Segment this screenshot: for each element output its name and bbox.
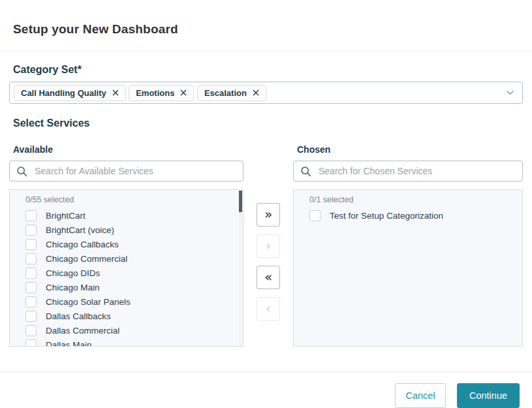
chevron-down-icon[interactable] <box>506 90 514 95</box>
available-selected-summary: 0/55 selected <box>25 195 235 204</box>
item-label: Dallas Callbacks <box>46 311 111 321</box>
category-chip[interactable]: Emotions <box>129 85 194 101</box>
search-icon <box>16 166 27 177</box>
chosen-searchbox <box>293 161 523 181</box>
available-searchbox <box>9 161 243 181</box>
search-icon <box>300 166 311 177</box>
item-label: Chicago Main <box>46 283 100 292</box>
close-icon[interactable] <box>180 89 187 96</box>
page-title: Setup your New Dashboard <box>13 22 178 37</box>
category-set-multiselect[interactable]: Call Handling Quality Emotions Escalatio… <box>9 82 523 104</box>
chosen-selected-summary: 0/1 selected <box>309 195 514 204</box>
transfer-widget: Available 0/55 selected BrightCart Brigh… <box>9 145 523 347</box>
scrollbar-thumb[interactable] <box>239 191 242 212</box>
chip-label: Emotions <box>136 88 174 98</box>
item-checkbox[interactable] <box>25 296 37 307</box>
item-label: Chicago Commercial <box>46 254 127 264</box>
move-all-right-button[interactable]: » <box>257 203 280 227</box>
list-item[interactable]: BrightCart (voice) <box>25 223 235 237</box>
list-item[interactable]: Dallas Callbacks <box>25 309 235 323</box>
item-checkbox[interactable] <box>25 311 37 322</box>
chosen-search-input[interactable] <box>317 165 516 177</box>
setup-dashboard-dialog: Setup your New Dashboard Category Set* C… <box>0 0 532 408</box>
move-all-left-button[interactable]: « <box>257 266 280 289</box>
list-item[interactable]: Chicago DIDs <box>25 266 235 280</box>
list-item[interactable]: Test for Setup Categorization <box>309 208 514 223</box>
item-label: Chicago Solar Panels <box>46 297 131 307</box>
item-checkbox[interactable] <box>309 210 321 221</box>
available-search-input[interactable] <box>33 165 236 177</box>
chevron-left-icon: ‹ <box>266 302 271 315</box>
item-label: Chicago DIDs <box>46 268 100 278</box>
item-checkbox[interactable] <box>25 268 37 279</box>
item-checkbox[interactable] <box>25 239 37 250</box>
item-checkbox[interactable] <box>25 210 37 221</box>
available-items: BrightCart BrightCart (voice) Chicago Ca… <box>25 208 235 347</box>
double-chevron-left-icon: « <box>264 270 272 283</box>
item-label: Dallas Commercial <box>46 326 119 336</box>
double-chevron-right-icon: » <box>264 208 272 221</box>
item-label: Chicago Callbacks <box>46 240 119 249</box>
move-selected-right-button[interactable]: › <box>257 234 280 258</box>
item-label: Dallas Main <box>46 340 92 347</box>
item-label: BrightCart (voice) <box>46 225 114 235</box>
chevron-right-icon: › <box>266 239 271 252</box>
chosen-items: Test for Setup Categorization <box>309 208 514 223</box>
item-checkbox[interactable] <box>25 325 37 336</box>
available-label: Available <box>13 145 243 154</box>
list-item[interactable]: Dallas Commercial <box>25 323 235 337</box>
available-scrollbar[interactable] <box>239 191 242 347</box>
available-column: Available 0/55 selected BrightCart Brigh… <box>9 145 243 347</box>
item-label: BrightCart <box>46 211 86 221</box>
item-checkbox[interactable] <box>25 282 37 293</box>
continue-button[interactable]: Continue <box>457 383 520 408</box>
list-item[interactable]: BrightCart <box>25 208 235 223</box>
item-label: Test for Setup Categorization <box>330 211 443 221</box>
list-item[interactable]: Chicago Main <box>25 280 235 294</box>
dialog-header: Setup your New Dashboard <box>0 0 532 52</box>
dialog-footer: Cancel Continue <box>0 372 532 408</box>
list-item[interactable]: Chicago Commercial <box>25 251 235 266</box>
list-item[interactable]: Chicago Callbacks <box>25 237 235 251</box>
category-chip[interactable]: Escalation <box>197 85 266 101</box>
item-checkbox[interactable] <box>25 253 37 264</box>
chosen-list[interactable]: 0/1 selected Test for Setup Categorizati… <box>293 189 523 347</box>
close-icon[interactable] <box>253 89 259 96</box>
chip-label: Escalation <box>204 88 247 98</box>
move-selected-left-button[interactable]: ‹ <box>257 297 280 321</box>
chip-label: Call Handling Quality <box>21 88 106 98</box>
transfer-buttons: » › « ‹ <box>243 145 293 347</box>
chosen-column: Chosen 0/1 selected Test for Setup Categ… <box>293 145 523 347</box>
chips-container: Call Handling Quality Emotions Escalatio… <box>14 85 266 101</box>
select-services-label: Select Services <box>13 118 519 129</box>
close-icon[interactable] <box>112 89 119 96</box>
chosen-label: Chosen <box>297 145 523 154</box>
item-checkbox[interactable] <box>25 339 37 347</box>
dialog-body: Category Set* Call Handling Quality Emot… <box>0 52 532 358</box>
cancel-button[interactable]: Cancel <box>395 383 446 408</box>
category-set-label: Category Set* <box>13 64 519 76</box>
list-item[interactable]: Dallas Main <box>25 337 235 347</box>
category-chip[interactable]: Call Handling Quality <box>14 85 126 101</box>
list-item[interactable]: Chicago Solar Panels <box>25 294 235 309</box>
item-checkbox[interactable] <box>25 225 37 236</box>
available-list[interactable]: 0/55 selected BrightCart BrightCart (voi… <box>9 189 243 347</box>
